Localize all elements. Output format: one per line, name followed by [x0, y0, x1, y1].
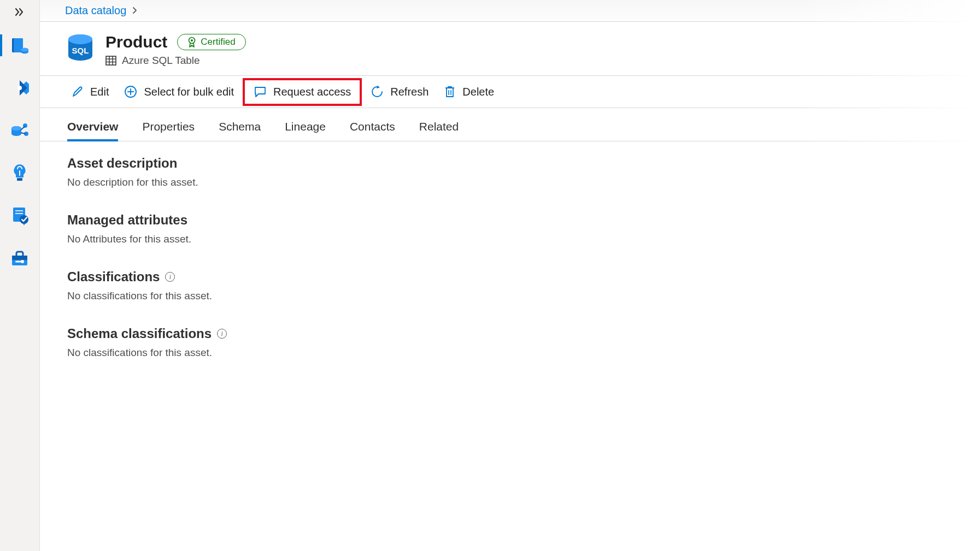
policy-icon: [11, 206, 28, 226]
edit-button[interactable]: Edit: [65, 80, 115, 104]
section-asset-description: Asset description No description for thi…: [67, 156, 953, 188]
svg-rect-14: [15, 213, 23, 214]
data-map-icon: [10, 121, 30, 140]
certified-label: Certified: [201, 37, 235, 48]
asset-title: Product: [105, 33, 167, 51]
toolbox-icon: [10, 250, 29, 267]
schema-classifications-title: Schema classifications: [67, 326, 212, 341]
schema-classifications-body: No classifications for this asset.: [67, 347, 953, 359]
overview-content: Asset description No description for thi…: [40, 141, 980, 397]
tab-related[interactable]: Related: [419, 115, 459, 141]
asset-header: SQL Product Certified: [40, 22, 980, 75]
svg-point-3: [21, 48, 28, 51]
delete-label: Delete: [462, 86, 494, 98]
svg-rect-19: [15, 261, 22, 263]
asset-description-title: Asset description: [67, 156, 953, 171]
refresh-label: Refresh: [390, 86, 429, 98]
svg-rect-17: [12, 256, 27, 260]
svg-rect-11: [17, 178, 22, 181]
refresh-icon: [371, 85, 384, 98]
svg-point-21: [68, 34, 92, 44]
svg-rect-25: [106, 56, 116, 65]
tab-contacts[interactable]: Contacts: [350, 115, 395, 141]
tab-properties[interactable]: Properties: [142, 115, 195, 141]
edit-label: Edit: [90, 86, 109, 98]
managed-attributes-title: Managed attributes: [67, 212, 953, 228]
action-toolbar: Edit Select for bulk edit Request access: [40, 75, 980, 108]
tab-overview[interactable]: Overview: [67, 115, 118, 141]
asset-description-body: No description for this asset.: [67, 176, 953, 188]
classifications-body: No classifications for this asset.: [67, 290, 953, 302]
table-icon: [105, 56, 116, 66]
info-icon[interactable]: i: [165, 272, 175, 282]
rail-management[interactable]: [0, 237, 39, 280]
asset-type-label: Azure SQL Table: [122, 55, 200, 67]
svg-text:SQL: SQL: [72, 46, 89, 55]
ribbon-icon: [187, 37, 196, 48]
rail-policy[interactable]: [0, 194, 39, 237]
data-share-icon: [10, 79, 29, 97]
rail-data-map[interactable]: [0, 109, 39, 152]
delete-button[interactable]: Delete: [437, 80, 501, 104]
section-schema-classifications: Schema classifications i No classificati…: [67, 326, 953, 359]
left-nav-rail: [0, 0, 40, 551]
managed-attributes-body: No Attributes for this asset.: [67, 233, 953, 245]
section-managed-attributes: Managed attributes No Attributes for thi…: [67, 212, 953, 245]
breadcrumb-bar: Data catalog: [40, 0, 980, 22]
svg-point-15: [20, 215, 28, 224]
tab-lineage[interactable]: Lineage: [285, 115, 326, 141]
trash-icon: [444, 85, 456, 98]
tab-schema[interactable]: Schema: [219, 115, 261, 141]
chevron-right-icon: [132, 7, 138, 15]
rail-data-share[interactable]: [0, 67, 39, 109]
certified-badge: Certified: [177, 34, 245, 50]
svg-point-8: [11, 126, 21, 131]
svg-rect-13: [15, 210, 23, 211]
rail-expand-button[interactable]: [0, 0, 39, 24]
refresh-button[interactable]: Refresh: [364, 80, 435, 104]
chevron-double-right-icon: [14, 7, 25, 17]
request-access-label: Request access: [273, 86, 351, 98]
request-access-highlight: Request access: [243, 78, 362, 106]
svg-point-24: [191, 39, 193, 42]
bulk-edit-label: Select for bulk edit: [144, 86, 234, 98]
rail-insights[interactable]: [0, 152, 39, 194]
sql-database-icon: SQL: [65, 33, 96, 63]
request-access-button[interactable]: Request access: [250, 84, 354, 100]
lightbulb-icon: [11, 163, 28, 183]
plus-circle-icon: [124, 85, 137, 98]
data-catalog-icon: [10, 35, 30, 55]
bulk-edit-button[interactable]: Select for bulk edit: [118, 80, 240, 104]
section-classifications: Classifications i No classifications for…: [67, 269, 953, 302]
svg-point-6: [17, 86, 22, 90]
info-icon[interactable]: i: [217, 329, 227, 339]
classifications-title: Classifications: [67, 269, 160, 285]
breadcrumb-data-catalog[interactable]: Data catalog: [65, 4, 126, 17]
comment-icon: [254, 86, 267, 98]
rail-data-catalog[interactable]: [0, 24, 39, 67]
edit-icon: [72, 86, 84, 98]
asset-tabs: Overview Properties Schema Lineage Conta…: [40, 108, 980, 141]
